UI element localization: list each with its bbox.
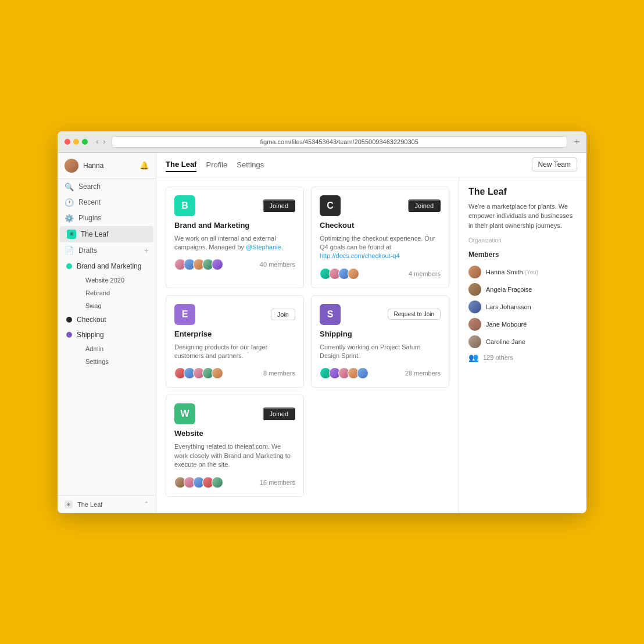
shipping-member-count: 28 members — [405, 370, 441, 377]
sidebar-sub-admin[interactable]: Admin — [78, 342, 156, 355]
main-body: B Joined Brand and Marketing We work on … — [156, 177, 586, 513]
new-team-button[interactable]: New Team — [532, 158, 577, 171]
sidebar-item-shipping[interactable]: Shipping — [58, 327, 156, 342]
project-card-header: W Joined — [174, 403, 295, 424]
brand-marketing-join-button[interactable]: Joined — [263, 199, 295, 212]
panel-member-row-angela[interactable]: Angela Fraçoise — [468, 281, 577, 298]
checkout-project-desc: Optimizing the checkout experience. Our … — [320, 234, 441, 261]
enterprise-avatars — [174, 367, 223, 379]
new-tab-button[interactable]: + — [574, 137, 579, 147]
the-leaf-team-icon: ✳ — [67, 230, 76, 239]
panel-member-name-angela: Angela Fraçoise — [486, 286, 532, 293]
tab-profile[interactable]: Profile — [206, 158, 227, 171]
website-project-name: Website — [174, 429, 295, 438]
panel-others-row[interactable]: 👥 129 others — [468, 350, 577, 364]
panel-members-title: Members — [468, 251, 577, 259]
sidebar-item-brand-marketing[interactable]: Brand and Marketing — [58, 259, 156, 274]
website-avatars — [174, 477, 223, 488]
brand-marketing-avatars — [174, 259, 223, 270]
sidebar-item-drafts[interactable]: 📄 Drafts + — [58, 242, 156, 259]
maximize-button[interactable] — [82, 139, 88, 145]
panel-member-avatar-jane — [468, 318, 481, 331]
sidebar-sub-rebrand[interactable]: Rebrand — [78, 287, 156, 299]
enterprise-join-button[interactable]: Join — [271, 309, 295, 320]
shipping-sidebar-label: Shipping — [77, 331, 104, 339]
brand-marketing-footer: 40 members — [174, 259, 295, 270]
shipping-request-button[interactable]: Request to Join — [388, 309, 441, 320]
sidebar-sub-website-2020[interactable]: Website 2020 — [78, 274, 156, 287]
panel-org-label: Organization — [468, 237, 577, 244]
tab-the-leaf[interactable]: The Leaf — [166, 158, 196, 172]
website-join-button[interactable]: Joined — [263, 407, 295, 420]
panel-title: The Leaf — [468, 187, 577, 197]
tab-settings[interactable]: Settings — [237, 158, 264, 171]
main-content: The Leaf Profile Settings New Team B Joi… — [156, 153, 586, 513]
sidebar-item-checkout[interactable]: Checkout — [58, 312, 156, 327]
sidebar-item-search[interactable]: 🔍 Search — [58, 179, 156, 195]
the-leaf-label: The Leaf — [81, 230, 108, 238]
checkout-project-icon: C — [320, 195, 341, 216]
right-panel: The Leaf We're a marketplace for plants.… — [459, 177, 586, 513]
sidebar-sub-swag[interactable]: Swag — [78, 299, 156, 312]
checkout-sidebar-label: Checkout — [77, 316, 106, 324]
sidebar-footer: ✳ The Leaf ⌃ — [58, 495, 156, 513]
footer-chevron-icon[interactable]: ⌃ — [144, 500, 149, 508]
shipping-project-desc: Currently working on Project Saturn Desi… — [320, 343, 441, 361]
sidebar-item-plugins[interactable]: ⚙️ Plugins — [58, 210, 156, 226]
website-member-count: 16 members — [260, 479, 295, 486]
panel-member-row-jane[interactable]: Jane Mobouré — [468, 316, 577, 333]
checkout-project-name: Checkout — [320, 221, 441, 230]
recent-icon: 🕐 — [65, 198, 74, 207]
checkout-footer: 4 members — [320, 268, 441, 280]
address-bar[interactable]: figma.com/files/453453643/team/205500934… — [112, 136, 567, 148]
shipping-footer: 28 members — [320, 367, 441, 379]
sidebar-item-the-leaf[interactable]: ✳ The Leaf — [60, 226, 153, 242]
member-avatar — [212, 367, 223, 379]
brand-marketing-project-desc: We work on all internal and external cam… — [174, 234, 295, 252]
project-card-header: S Request to Join — [320, 304, 441, 325]
shipping-project-icon: S — [320, 304, 341, 325]
back-button[interactable]: ‹ — [95, 137, 99, 146]
panel-member-name-caroline: Caroline Jane — [486, 338, 525, 345]
panel-member-name-jane: Jane Mobouré — [486, 321, 527, 328]
website-project-desc: Everything related to theleaf.com. We wo… — [174, 442, 295, 469]
panel-member-avatar-caroline — [468, 335, 481, 348]
drafts-left: 📄 Drafts — [65, 246, 97, 255]
nav-arrows: ‹ › — [95, 137, 107, 146]
panel-member-row-caroline[interactable]: Caroline Jane — [468, 333, 577, 350]
others-group-icon: 👥 — [468, 353, 478, 362]
checkout-link[interactable]: http://docs.com/checkout-q4 — [320, 252, 400, 259]
member-avatar — [357, 367, 368, 379]
panel-others-count: 129 others — [483, 354, 513, 361]
panel-member-row-lars[interactable]: Lars Johansson — [468, 298, 577, 316]
stephanie-link[interactable]: @Stephanie — [246, 244, 281, 251]
panel-description: We're a marketplace for plants. We empow… — [468, 202, 577, 231]
close-button[interactable] — [65, 139, 70, 145]
project-card-brand-marketing: B Joined Brand and Marketing We work on … — [166, 187, 304, 288]
forward-button[interactable]: › — [102, 137, 106, 146]
member-avatar — [212, 259, 223, 270]
sidebar-user-info[interactable]: Hanna — [65, 159, 103, 173]
panel-member-avatar-lars — [468, 300, 481, 313]
plugins-icon: ⚙️ — [65, 214, 74, 223]
drafts-icon: 📄 — [65, 246, 74, 255]
browser-chrome: ‹ › figma.com/files/453453643/team/20550… — [58, 131, 586, 153]
sidebar-item-recent[interactable]: 🕐 Recent — [58, 195, 156, 210]
panel-member-row-hanna[interactable]: Hanna Smith (You) — [468, 263, 577, 281]
brand-marketing-icon — [66, 263, 72, 269]
add-draft-icon[interactable]: + — [144, 246, 149, 255]
browser-window: ‹ › figma.com/files/453453643/team/20550… — [58, 131, 586, 513]
checkout-join-button[interactable]: Joined — [408, 199, 441, 212]
search-label: Search — [78, 183, 101, 191]
sidebar-sub-settings[interactable]: Settings — [78, 355, 156, 368]
project-card-header: E Join — [174, 304, 295, 325]
minimize-button[interactable] — [73, 139, 79, 145]
recent-label: Recent — [78, 198, 101, 206]
panel-member-name-lars: Lars Johansson — [486, 303, 531, 310]
main-header: The Leaf Profile Settings New Team — [156, 153, 586, 177]
project-card-header: C Joined — [320, 195, 441, 216]
website-footer: 16 members — [174, 477, 295, 488]
notification-bell-icon[interactable]: 🔔 — [139, 161, 149, 170]
project-card-shipping: S Request to Join Shipping Currently wor… — [311, 295, 449, 388]
project-card-website: W Joined Website Everything related to t… — [166, 395, 304, 496]
